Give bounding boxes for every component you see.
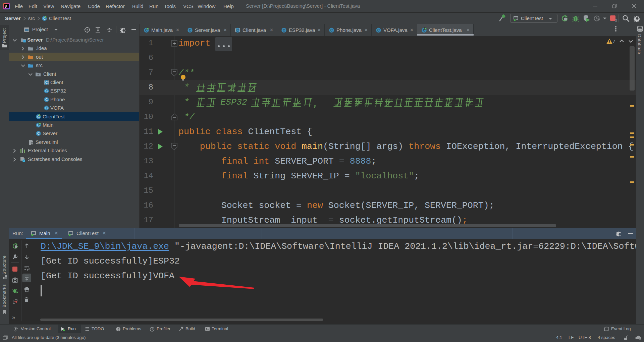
svg-text:C: C — [236, 28, 239, 32]
svg-text:C: C — [377, 28, 380, 32]
svg-text:C: C — [330, 28, 333, 32]
svg-text:C: C — [37, 132, 40, 135]
svg-text:C: C — [45, 106, 48, 110]
svg-text:C: C — [45, 81, 48, 84]
svg-text:C: C — [45, 98, 48, 102]
svg-text:C: C — [189, 28, 191, 32]
svg-text:7: 7 — [612, 39, 615, 44]
svg-text:C: C — [283, 28, 285, 32]
svg-text:C: C — [45, 89, 48, 93]
